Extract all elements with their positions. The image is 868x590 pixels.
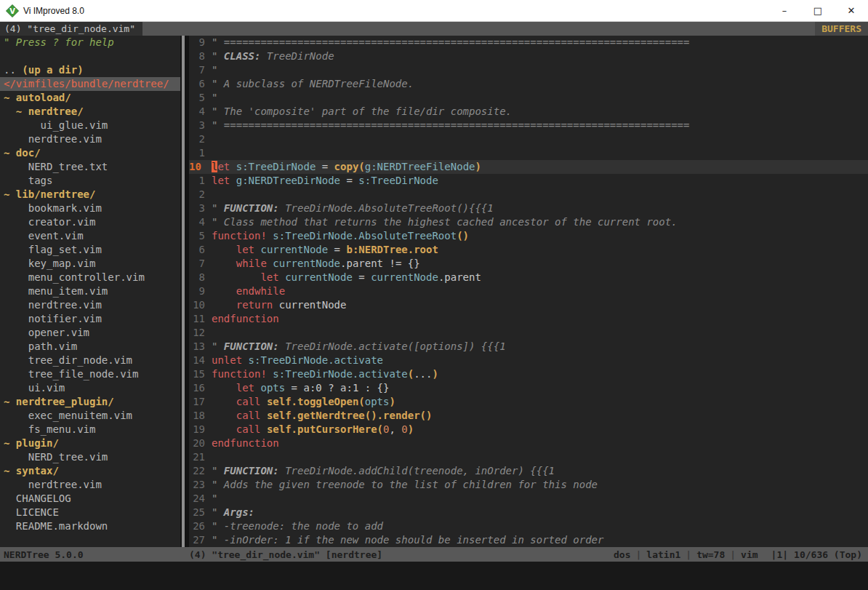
nerdtree-item[interactable]: README.markdown <box>4 519 180 533</box>
nerdtree-item[interactable]: ~ nerdtree/ <box>4 105 180 119</box>
syntax-token: currentNode <box>260 244 328 255</box>
nerdtree-item[interactable]: NERD_tree.txt <box>4 160 180 174</box>
nerdtree-item[interactable]: exec_menuitem.vim <box>4 409 180 423</box>
code-line[interactable]: 8 let currentNode = currentNode.parent <box>189 271 868 284</box>
maximize-button[interactable]: □ <box>801 0 835 21</box>
nerdtree-item[interactable]: CHANGELOG <box>4 492 180 506</box>
line-text: while currentNode.parent != {} <box>205 257 420 271</box>
nerdtree-item[interactable]: fs_menu.vim <box>4 423 180 436</box>
nerdtree-item[interactable]: event.vim <box>4 229 180 243</box>
nerdtree-root-item[interactable]: </vimfiles/bundle/nerdtree/ <box>0 77 180 91</box>
nerdtree-item[interactable]: nerdtree.vim <box>4 132 180 146</box>
code-line[interactable]: 16 let opts = a:0 ? a:1 : {} <box>189 381 868 395</box>
nerdtree-item[interactable] <box>4 49 180 63</box>
nerdtree-item[interactable]: ui.vim <box>4 381 180 395</box>
code-line[interactable]: 2 <box>189 132 868 146</box>
nerdtree-item[interactable]: tree_file_node.vim <box>4 367 180 381</box>
nerdtree-item[interactable]: ~ doc/ <box>4 146 180 160</box>
nerdtree-item[interactable]: ui_glue.vim <box>4 119 180 132</box>
code-line[interactable]: 12 <box>189 326 868 340</box>
code-line[interactable]: 1 <box>189 146 868 160</box>
line-number: 26 <box>189 519 205 533</box>
code-line[interactable]: 18 call self.getNerdtree().render() <box>189 409 868 423</box>
code-line[interactable]: 7 while currentNode.parent != {} <box>189 257 868 271</box>
nerdtree-item[interactable]: .. (up a dir) <box>4 63 180 77</box>
code-line[interactable]: 6" A subclass of NERDTreeFileNode. <box>189 77 868 91</box>
nerdtree-item[interactable]: tags <box>4 174 180 188</box>
code-line[interactable]: 25" Args: <box>189 506 868 519</box>
nerdtree-item[interactable]: tree_dir_node.vim <box>4 354 180 367</box>
code-line[interactable]: 5function! s:TreeDirNode.AbsoluteTreeRoo… <box>189 229 868 243</box>
window-separator[interactable] <box>180 36 189 547</box>
nerdtree-item[interactable]: key_map.vim <box>4 257 180 271</box>
syntax-token <box>230 175 236 186</box>
line-text: " CLASS: TreeDirNode <box>205 49 334 63</box>
nerdtree-item[interactable]: ~ lib/nerdtree/ <box>4 188 180 202</box>
minimize-button[interactable]: – <box>768 0 801 21</box>
line-number: 8 <box>189 49 205 63</box>
code-line[interactable]: 9 endwhile <box>189 284 868 298</box>
code-line[interactable]: 23" Adds the given treenode to the list … <box>189 478 868 492</box>
nerdtree-item[interactable]: menu_item.vim <box>4 284 180 298</box>
nerdtree-item[interactable]: notifier.vim <box>4 312 180 326</box>
tab-tree-dir-node[interactable]: (4) "tree_dir_node.vim" <box>0 22 142 36</box>
syntax-token: " <box>212 506 224 518</box>
code-line[interactable]: 14unlet s:TreeDirNode.activate <box>189 354 868 367</box>
scrollbar[interactable] <box>182 36 185 547</box>
code-line[interactable]: 17 call self.toggleOpen(opts) <box>189 395 868 409</box>
nerdtree-item[interactable]: opener.vim <box>4 326 180 340</box>
code-line[interactable]: 3" =====================================… <box>189 119 868 132</box>
tree-node-label: ~ doc/ <box>4 147 41 159</box>
code-line[interactable]: 6 let currentNode = b:NERDTree.root <box>189 243 868 257</box>
close-button[interactable]: ✕ <box>835 0 868 21</box>
code-line[interactable]: 4" Class method that returns the highest… <box>189 215 868 229</box>
code-line[interactable]: 3" FUNCTION: TreeDirNode.AbsoluteTreeRoo… <box>189 202 868 215</box>
syntax-token: b:NERDTree.root <box>346 244 438 255</box>
nerdtree-item[interactable]: creator.vim <box>4 215 180 229</box>
code-line-current[interactable]: 10let s:TreeDirNode = copy(g:NERDTreeFil… <box>189 160 868 174</box>
buffer-lines: 9" =====================================… <box>189 36 868 547</box>
line-number: 12 <box>189 326 205 340</box>
syntax-token: currentNode <box>285 271 353 283</box>
code-line[interactable]: 2 <box>189 188 868 202</box>
nerdtree-item[interactable]: menu_controller.vim <box>4 271 180 284</box>
code-line[interactable]: 9" =====================================… <box>189 36 868 49</box>
line-number: 4 <box>189 105 205 119</box>
code-line[interactable]: 10 return currentNode <box>189 298 868 312</box>
code-line[interactable]: 4" The 'composite' part of the file/dir … <box>189 105 868 119</box>
code-line[interactable]: 27" -inOrder: 1 if the new node should b… <box>189 533 868 547</box>
line-number: 10 <box>189 298 205 312</box>
nerdtree-item[interactable]: " Press ? for help <box>4 36 180 49</box>
nerdtree-item[interactable]: nerdtree.vim <box>4 298 180 312</box>
nerdtree-item[interactable]: ~ plugin/ <box>4 436 180 450</box>
code-line[interactable]: 26" -treenode: the node to add <box>189 519 868 533</box>
code-line[interactable]: 8" CLASS: TreeDirNode <box>189 49 868 63</box>
code-line[interactable]: 21 <box>189 450 868 464</box>
nerdtree-item[interactable]: nerdtree.vim <box>4 478 180 492</box>
code-line[interactable]: 15function! s:TreeDirNode.activate(...) <box>189 367 868 381</box>
nerdtree-item[interactable]: path.vim <box>4 340 180 354</box>
code-line[interactable]: 22" FUNCTION: TreeDirNode.addChild(treen… <box>189 464 868 478</box>
nerdtree-item[interactable]: bookmark.vim <box>4 202 180 215</box>
code-line[interactable]: 11endfunction <box>189 312 868 326</box>
nerdtree-item[interactable]: NERD_tree.vim <box>4 450 180 464</box>
nerdtree-item[interactable]: ~ nerdtree_plugin/ <box>4 395 180 409</box>
code-line[interactable]: 20endfunction <box>189 436 868 450</box>
code-line[interactable]: 7" <box>189 63 868 77</box>
syntax-token: call <box>236 410 261 421</box>
code-line[interactable]: 24" <box>189 492 868 506</box>
syntax-token: " <box>212 50 224 62</box>
nerdtree-item[interactable]: flag_set.vim <box>4 243 180 257</box>
line-text <box>205 188 212 202</box>
textwidth: tw=78 <box>696 549 725 560</box>
code-line[interactable]: 13" FUNCTION: TreeDirNode.activate([opti… <box>189 340 868 354</box>
syntax-token: s:TreeDirNode <box>358 175 438 186</box>
nerdtree-item[interactable]: ~ autoload/ <box>4 91 180 105</box>
code-line[interactable]: 19 call self.putCursorHere(0, 0) <box>189 423 868 436</box>
code-line[interactable]: 1let g:NERDTreeDirNode = s:TreeDirNode <box>189 174 868 188</box>
line-text: let opts = a:0 ? a:1 : {} <box>205 381 389 395</box>
nerdtree-item[interactable]: ~ syntax/ <box>4 464 180 478</box>
code-line[interactable]: 5" <box>189 91 868 105</box>
line-text: " <box>205 91 217 105</box>
nerdtree-item[interactable]: LICENCE <box>4 506 180 519</box>
